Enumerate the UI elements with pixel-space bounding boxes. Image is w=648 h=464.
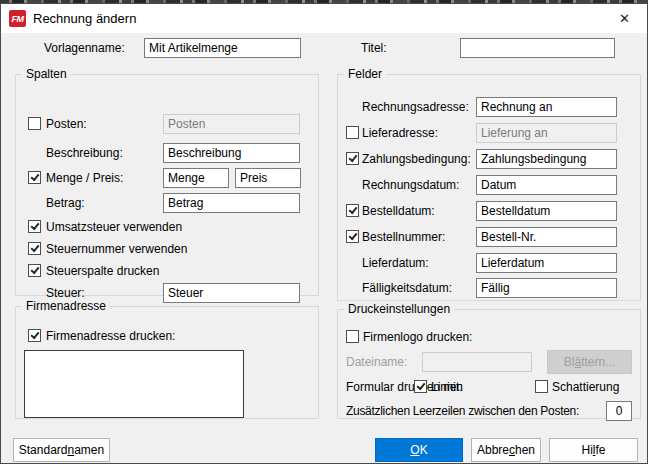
zahlungsbedingung-input[interactable]: Zahlungsbedingung xyxy=(476,149,617,169)
felder-group: Felder Rechnungsadresse: Rechnung an Lie… xyxy=(337,68,641,301)
menge-input[interactable]: Menge xyxy=(163,168,229,188)
rechnungsdatum-label: Rechnungsdatum: xyxy=(362,178,459,193)
schattierung-checkbox[interactable] xyxy=(535,380,548,393)
app-fm-icon: FM xyxy=(9,10,26,27)
close-icon: ✕ xyxy=(619,11,630,26)
firmenadresse-group-title: Firmenadresse xyxy=(22,300,110,312)
abbrechen-button-label: Abbrechen xyxy=(477,443,535,457)
posten-checkbox[interactable] xyxy=(28,117,41,130)
rechnungsadresse-label: Rechnungsadresse: xyxy=(362,100,469,115)
rechnungsadresse-input[interactable]: Rechnung an xyxy=(476,97,617,117)
posten-label: Posten: xyxy=(46,117,87,132)
linien-label: Linien xyxy=(431,380,463,395)
firmenadresse-group: Firmenadresse Firmenadresse drucken: xyxy=(15,300,319,419)
zahlungsbedingung-label: Zahlungsbedingung: xyxy=(362,152,471,167)
leerzeilen-label: Zusätzlichen Leerzeilen zwischen den Pos… xyxy=(346,404,579,419)
bestellnummer-input[interactable]: Bestell-Nr. xyxy=(476,227,617,247)
close-button[interactable]: ✕ xyxy=(602,4,647,33)
betrag-label: Betrag: xyxy=(46,196,85,211)
faelligkeitsdatum-label: Fälligkeitsdatum: xyxy=(362,281,452,296)
hilfe-button-label: Hilfe xyxy=(581,443,605,457)
zahlungsbedingung-checkbox[interactable] xyxy=(346,152,359,165)
umsatzsteuer-label: Umsatzsteuer verwenden xyxy=(46,220,182,235)
beschreibung-input[interactable]: Beschreibung xyxy=(163,143,300,163)
betrag-input[interactable]: Betrag xyxy=(163,193,300,213)
firmenadresse-drucken-label: Firmenadresse drucken: xyxy=(46,329,175,344)
umsatzsteuer-checkbox[interactable] xyxy=(28,220,41,233)
linien-checkbox[interactable] xyxy=(414,380,427,393)
steuernummer-checkbox[interactable] xyxy=(28,242,41,255)
blaettern-button: Blättern... xyxy=(547,350,632,374)
bestelldatum-checkbox[interactable] xyxy=(346,204,359,217)
bestellnummer-label: Bestellnummer: xyxy=(362,230,445,245)
dateiname-label: Dateiname: xyxy=(346,355,407,370)
steuerspalte-label: Steuerspalte drucken xyxy=(46,264,159,279)
druckeinstellungen-group-title: Druckeinstellungen xyxy=(344,303,454,315)
window-title: Rechnung ändern xyxy=(33,11,136,26)
faelligkeitsdatum-input[interactable]: Fällig xyxy=(476,278,617,298)
spalten-group-title: Spalten xyxy=(22,68,71,80)
titel-label: Titel: xyxy=(361,41,387,56)
menge-preis-checkbox[interactable] xyxy=(28,171,41,184)
menge-preis-label: Menge / Preis: xyxy=(46,171,123,186)
dialog-rechnung-aendern: FM Rechnung ändern ✕ Vorlagenname: Mit A… xyxy=(0,3,648,464)
vorlagenname-label: Vorlagenname: xyxy=(44,41,125,56)
bestelldatum-input[interactable]: Bestelldatum xyxy=(476,201,617,221)
bestellnummer-checkbox[interactable] xyxy=(346,230,359,243)
bestelldatum-label: Bestelldatum: xyxy=(362,204,435,219)
firmenadresse-textarea[interactable] xyxy=(24,350,244,418)
lieferadresse-checkbox[interactable] xyxy=(346,126,359,139)
druckeinstellungen-group: Druckeinstellungen Firmenlogo drucken: D… xyxy=(337,303,641,419)
dateiname-input xyxy=(422,352,532,372)
abbrechen-button[interactable]: Abbrechen xyxy=(471,438,541,462)
firmenlogo-label: Firmenlogo drucken: xyxy=(363,330,472,345)
lieferadresse-input: Lieferung an xyxy=(476,123,617,143)
felder-group-title: Felder xyxy=(344,68,386,80)
titel-input[interactable] xyxy=(460,38,615,58)
steuerspalte-checkbox[interactable] xyxy=(28,264,41,277)
schattierung-label: Schattierung xyxy=(552,380,619,395)
lieferdatum-label: Lieferdatum: xyxy=(362,256,429,271)
leerzeilen-input[interactable]: 0 xyxy=(606,401,632,421)
lieferdatum-input[interactable]: Lieferdatum xyxy=(476,253,617,273)
preis-input[interactable]: Preis xyxy=(235,168,301,188)
firmenadresse-drucken-checkbox[interactable] xyxy=(28,329,41,342)
posten-input: Posten xyxy=(163,114,300,134)
spalten-group: Spalten Posten: Posten Beschreibung: Bes… xyxy=(15,68,319,296)
ok-button-label: OK xyxy=(410,443,427,457)
standardnamen-button-label: Standardnamen xyxy=(19,443,104,457)
lieferadresse-label: Lieferadresse: xyxy=(362,126,438,141)
standardnamen-button[interactable]: Standardnamen xyxy=(13,438,110,462)
firmenlogo-checkbox[interactable] xyxy=(346,330,359,343)
rechnungsdatum-input[interactable]: Datum xyxy=(476,175,617,195)
vorlagenname-input[interactable]: Mit Artikelmenge xyxy=(144,38,301,58)
beschreibung-label: Beschreibung: xyxy=(46,146,123,161)
hilfe-button[interactable]: Hilfe xyxy=(549,438,638,462)
steuernummer-label: Steuernummer verwenden xyxy=(46,242,187,257)
ok-button[interactable]: OK xyxy=(375,438,463,462)
blaettern-button-label: Blättern... xyxy=(564,355,615,369)
title-bar[interactable]: FM Rechnung ändern ✕ xyxy=(1,4,647,33)
